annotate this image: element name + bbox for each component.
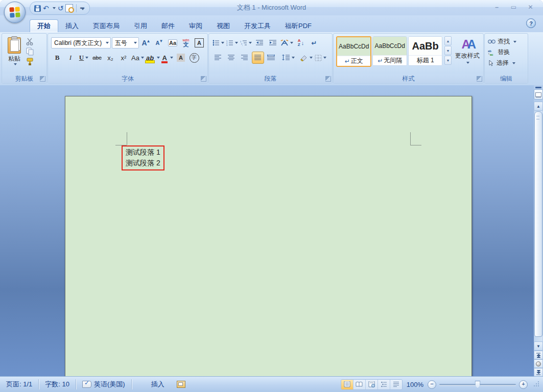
styles-dialog-launcher-icon[interactable] [477, 76, 482, 82]
shading-button[interactable] [299, 52, 313, 64]
text-highlight-button[interactable]: ab [146, 52, 160, 64]
styles-gallery-expand-icon[interactable]: ▼ [444, 56, 451, 65]
outline-view-button[interactable] [378, 380, 390, 389]
tab-review[interactable]: 审阅 [182, 20, 209, 32]
paragraph-text[interactable]: 测试段落 1 [126, 147, 160, 158]
draft-view-button[interactable] [390, 380, 402, 389]
resize-grip[interactable] [534, 381, 540, 387]
align-center-button[interactable] [225, 52, 238, 64]
bold-button[interactable]: B [51, 52, 63, 64]
multilevel-list-button[interactable]: 1ai [240, 37, 252, 49]
macro-record[interactable] [171, 379, 192, 389]
tab-view[interactable]: 视图 [209, 20, 237, 32]
proofing-language[interactable]: 英语(美国) [76, 379, 132, 389]
character-border-button[interactable]: A [193, 37, 205, 49]
change-case-button[interactable]: Aa [131, 52, 145, 64]
styles-scroll-down-icon[interactable]: ▼ [444, 46, 451, 55]
find-button[interactable]: 查找 [485, 36, 528, 47]
select-browse-object-button[interactable] [534, 359, 543, 368]
bullets-button[interactable] [212, 37, 225, 49]
paste-button[interactable]: 粘贴 [3, 35, 26, 66]
zoom-slider-handle[interactable] [475, 381, 481, 388]
tab-home[interactable]: 开始 [30, 19, 58, 32]
borders-button[interactable] [314, 52, 327, 64]
zoom-level[interactable]: 100% [407, 381, 423, 388]
maximize-button[interactable]: ▭ [506, 3, 521, 12]
superscript-button[interactable]: x² [117, 52, 130, 64]
phonetic-guide-button[interactable]: wén文 [180, 37, 192, 49]
print-layout-view-button[interactable] [341, 380, 353, 389]
web-layout-view-button[interactable] [366, 380, 378, 389]
cut-icon[interactable] [26, 38, 35, 45]
tab-mailings[interactable]: 邮件 [154, 20, 182, 32]
style-normal[interactable]: AaBbCcDd ↵正文 [336, 36, 371, 67]
style-preview: AaBbCcDd [337, 37, 370, 56]
format-painter-icon[interactable] [26, 58, 35, 66]
paragraph-text[interactable]: 测试段落 2 [126, 158, 160, 168]
font-dialog-launcher-icon[interactable] [201, 76, 206, 82]
line-spacing-button[interactable] [281, 52, 295, 64]
help-icon[interactable]: ? [526, 18, 536, 28]
align-left-button[interactable] [212, 52, 224, 64]
subscript-button[interactable]: x₂ [104, 52, 116, 64]
scrollbar-thumb[interactable] [534, 111, 542, 337]
distribute-button[interactable] [265, 52, 277, 64]
clear-formatting-button[interactable]: Aa [167, 37, 179, 49]
highlighted-text-box[interactable]: 测试段落 1 测试段落 2 [122, 145, 164, 170]
page-indicator[interactable]: 页面: 1/1 [0, 379, 39, 389]
underline-button[interactable]: U [78, 52, 90, 64]
styles-scroll-up-icon[interactable]: ▲ [444, 36, 451, 45]
replace-button[interactable]: abac 替换 [485, 47, 528, 58]
zoom-out-button[interactable]: − [428, 380, 436, 389]
next-page-button[interactable] [534, 368, 543, 377]
justify-button[interactable] [252, 52, 264, 64]
change-styles-button[interactable]: AA 更改样式 [453, 36, 482, 67]
increase-indent-button[interactable] [267, 37, 279, 49]
numbering-button[interactable]: 123 [226, 37, 239, 49]
select-button[interactable]: 选择 [485, 58, 528, 68]
word-count[interactable]: 字数: 10 [39, 379, 76, 389]
tab-foxit-pdf[interactable]: 福昕PDF [278, 20, 319, 32]
font-color-button[interactable]: A [161, 52, 174, 64]
asian-layout-button[interactable] [280, 37, 294, 49]
font-name-combo[interactable]: Calibri (西文正文) [51, 37, 111, 48]
tab-page-layout[interactable]: 页面布局 [86, 20, 127, 32]
italic-button[interactable]: I [64, 52, 77, 64]
paragraph-dialog-launcher-icon[interactable] [325, 76, 331, 82]
style-no-spacing[interactable]: AaBbCcDd ↵无间隔 [372, 36, 407, 66]
shrink-font-button[interactable]: A▼ [153, 37, 166, 49]
tab-insert[interactable]: 插入 [58, 20, 86, 32]
tab-developer[interactable]: 开发工具 [237, 20, 278, 32]
office-button[interactable] [4, 2, 26, 23]
copy-icon[interactable] [26, 47, 35, 56]
document-area[interactable]: 测试段落 1 测试段落 2 [0, 85, 543, 377]
ruler-toggle-button[interactable] [534, 89, 543, 100]
split-handle[interactable] [535, 87, 541, 88]
insert-mode[interactable]: 插入 [145, 379, 171, 389]
zoom-track[interactable] [439, 384, 516, 385]
strikethrough-button[interactable]: abc [91, 52, 103, 64]
scrollbar-track[interactable] [534, 111, 542, 341]
zoom-in-button[interactable]: + [519, 380, 528, 389]
scroll-up-icon[interactable]: ▲ [534, 102, 543, 111]
character-shading-button[interactable]: A [175, 52, 187, 64]
scroll-down-icon[interactable]: ▼ [534, 341, 543, 351]
previous-page-button[interactable] [534, 351, 543, 359]
decrease-indent-button[interactable] [253, 37, 266, 49]
align-right-button[interactable] [239, 52, 251, 64]
clipboard-dialog-launcher-icon[interactable] [40, 76, 45, 82]
status-bar-right: 100% − + [341, 379, 543, 390]
tab-references[interactable]: 引用 [127, 20, 154, 32]
grow-font-button[interactable]: A▲ [140, 37, 152, 49]
fullscreen-reading-view-button[interactable] [353, 380, 366, 389]
enclose-characters-button[interactable]: 字 [188, 52, 200, 64]
minimize-button[interactable]: – [489, 3, 504, 12]
style-heading1[interactable]: AaBb 标题 1 [408, 36, 442, 66]
vertical-scrollbar[interactable]: ▲ ▼ [534, 85, 543, 377]
close-button[interactable]: ✕ [523, 3, 538, 12]
sort-button[interactable]: AZ↓ [295, 37, 307, 49]
show-hide-marks-button[interactable]: ↵ [308, 37, 320, 49]
document-page[interactable]: 测试段落 1 测试段落 2 [65, 96, 472, 377]
font-size-combo[interactable]: 五号 [112, 37, 139, 48]
paste-dropdown-icon[interactable] [14, 63, 17, 65]
